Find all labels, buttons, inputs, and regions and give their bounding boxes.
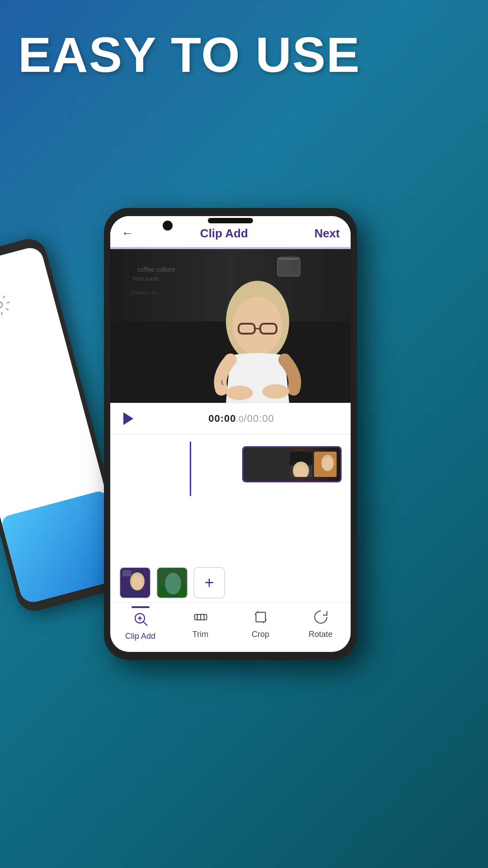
- next-button[interactable]: Next: [314, 226, 340, 241]
- nav-label-trim: Trim: [192, 630, 208, 639]
- timeline-clip[interactable]: [242, 446, 342, 482]
- clip-thumbnail-1[interactable]: [119, 567, 151, 599]
- timeline-cursor: [190, 442, 191, 496]
- nav-item-trim[interactable]: Trim: [183, 607, 219, 639]
- playback-bar: 00:00.0/00:00: [110, 403, 351, 434]
- nav-item-clip-add[interactable]: Clip Add: [122, 607, 159, 641]
- svg-point-25: [165, 573, 181, 594]
- back-button[interactable]: ←: [121, 226, 134, 241]
- svg-point-18: [323, 457, 333, 470]
- nav-item-rotate[interactable]: Rotate: [303, 607, 339, 639]
- screen-title: Clip Add: [200, 226, 248, 241]
- timeline-clip-inner: [244, 448, 340, 481]
- phone-screen: ← Clip Add Next coffee culture from sout…: [110, 216, 351, 652]
- svg-point-7: [233, 297, 282, 355]
- svg-point-12: [262, 384, 289, 399]
- nav-label-crop: Crop: [252, 630, 269, 639]
- bottom-nav: Clip Add Trim: [110, 602, 351, 652]
- gear-icon: [0, 291, 13, 319]
- play-icon: [123, 412, 133, 425]
- person-silhouette: [190, 285, 325, 403]
- svg-point-21: [132, 575, 143, 590]
- time-current: 00:00: [208, 413, 236, 424]
- active-indicator: [131, 606, 150, 608]
- time-display: 00:00.0/00:00: [208, 413, 274, 424]
- svg-point-11: [226, 386, 253, 400]
- clip-thumbnail-2[interactable]: [156, 567, 188, 599]
- svg-text:Wylosco do...: Wylosco do...: [131, 290, 160, 295]
- svg-line-27: [143, 622, 147, 626]
- svg-rect-22: [122, 570, 131, 576]
- nav-label-clip-add: Clip Add: [125, 632, 155, 641]
- svg-point-5: [277, 256, 300, 260]
- svg-rect-34: [256, 613, 265, 622]
- svg-rect-4: [277, 258, 300, 276]
- rotate-icon: [311, 607, 331, 627]
- video-figure: coffee culture from south... Wylosco do.…: [110, 249, 351, 403]
- crop-icon: [251, 607, 271, 627]
- play-button[interactable]: [121, 411, 136, 426]
- page-title: EASY TO USE: [18, 27, 361, 82]
- phone-camera: [163, 221, 173, 231]
- trim-icon: [191, 607, 211, 627]
- video-preview: coffee culture from south... Wylosco do.…: [110, 249, 351, 403]
- time-decimal: .0: [236, 415, 244, 424]
- plus-icon: +: [204, 575, 214, 591]
- clip-add-icon: [131, 609, 150, 629]
- time-separator: /: [244, 413, 247, 424]
- phone-speaker: [208, 218, 253, 223]
- svg-point-0: [0, 302, 3, 308]
- time-total: 00:00: [247, 413, 274, 424]
- timeline-area[interactable]: [110, 434, 351, 563]
- timeline-track: [119, 442, 342, 487]
- nav-item-crop[interactable]: Crop: [243, 607, 279, 639]
- svg-text:coffee culture: coffee culture: [137, 266, 175, 273]
- clips-row: +: [110, 563, 351, 602]
- phone-main: ← Clip Add Next coffee culture from sout…: [104, 208, 357, 660]
- add-clip-button[interactable]: +: [193, 567, 225, 599]
- nav-label-rotate: Rotate: [309, 630, 333, 639]
- svg-text:from south...: from south...: [133, 276, 163, 282]
